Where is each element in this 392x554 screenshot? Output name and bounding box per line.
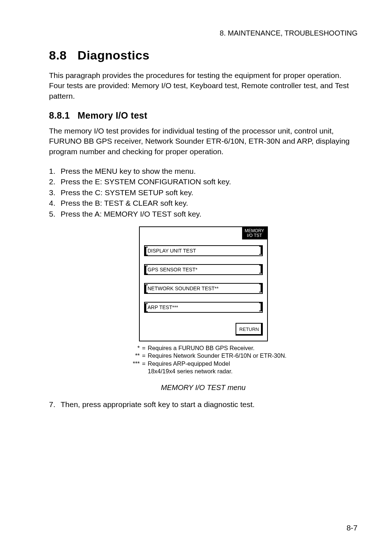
step-number: 7. [49, 399, 61, 410]
figure-caption: MEMORY I/O TEST menu [49, 383, 358, 392]
footnote-mark: ** [122, 352, 140, 360]
step-7: 7. Then, press appropriate soft key to s… [49, 399, 358, 410]
step-number: 5. [49, 209, 61, 219]
footnote-row: * = Requires a FURUNO BB GPS Receiver. [122, 344, 358, 352]
step-text: Then, press appropriate soft key to star… [61, 399, 255, 410]
footnote-text: 18x4/19x4 series network radar. [148, 368, 233, 375]
page-number: 8-7 [347, 524, 358, 532]
intro-paragraph: This paragraph provides the procedures f… [49, 70, 358, 101]
menu-diagram: MEMORYI/O TST DISPLAY UNIT TEST GPS SENS… [139, 226, 268, 341]
menu-item-display-unit-test[interactable]: DISPLAY UNIT TEST [144, 245, 263, 256]
footnote-eq: = [140, 344, 148, 352]
list-item: 1. Press the MENU key to show the menu. [49, 166, 358, 176]
footnote-eq [140, 368, 148, 375]
menu-frame: MEMORYI/O TST DISPLAY UNIT TEST GPS SENS… [139, 226, 268, 341]
page-header: 8. MAINTENANCE, TROUBLESHOOTING [49, 29, 358, 37]
list-item: 7. Then, press appropriate soft key to s… [49, 399, 358, 410]
step-number: 1. [49, 166, 61, 176]
step-number: 3. [49, 187, 61, 198]
subsection-name: Memory I/O test [78, 110, 147, 120]
step-text: Press the C: SYSTEM SETUP soft key. [61, 187, 193, 198]
menu-item-network-sounder-test[interactable]: NETWORK SOUNDER TEST** [144, 283, 263, 294]
section-title: 8.8 Diagnostics [49, 48, 358, 62]
footnote-mark [122, 368, 140, 375]
return-button[interactable]: RETURN [236, 323, 262, 336]
section-name: Diagnostics [78, 48, 150, 62]
footnote-row: 18x4/19x4 series network radar. [122, 368, 358, 375]
step-text: Press the A: MEMORY I/O TEST soft key. [61, 209, 201, 219]
footnote-eq: = [140, 360, 148, 368]
subsection-title: 8.8.1 Memory I/O test [49, 110, 358, 121]
menu-header-label: MEMORYI/O TST [242, 227, 267, 239]
steps-list: 1. Press the MENU key to show the menu. … [49, 166, 358, 219]
subsection-intro: The memory I/O test provides for individ… [49, 126, 358, 157]
footnotes: * = Requires a FURUNO BB GPS Receiver. *… [122, 344, 358, 376]
footnote-row: *** = Requires ARP-equipped Model [122, 360, 358, 368]
step-number: 4. [49, 198, 61, 208]
menu-item-gps-sensor-test[interactable]: GPS SENSOR TEST* [144, 264, 263, 275]
footnote-eq: = [140, 352, 148, 360]
list-item: 4. Press the B: TEST & CLEAR soft key. [49, 198, 358, 208]
list-item: 5. Press the A: MEMORY I/O TEST soft key… [49, 209, 358, 219]
footnote-text: Requires ARP-equipped Model [148, 360, 230, 368]
list-item: 3. Press the C: SYSTEM SETUP soft key. [49, 187, 358, 198]
footnote-row: ** = Requires Network Sounder ETR-6/10N … [122, 352, 358, 360]
footnote-mark: * [122, 344, 140, 352]
section-number: 8.8 [49, 48, 67, 62]
list-item: 2. Press the E: SYSTEM CONFIGURATION sof… [49, 176, 358, 187]
footnote-mark: *** [122, 360, 140, 368]
footnote-text: Requires Network Sounder ETR-6/10N or ET… [148, 352, 286, 360]
footnote-text: Requires a FURUNO BB GPS Receiver. [148, 344, 254, 352]
menu-item-arp-test[interactable]: ARP TEST*** [144, 302, 263, 313]
step-text: Press the B: TEST & CLEAR soft key. [61, 198, 188, 208]
step-text: Press the E: SYSTEM CONFIGURATION soft k… [61, 176, 231, 187]
subsection-number: 8.8.1 [49, 110, 70, 120]
step-text: Press the MENU key to show the menu. [61, 166, 196, 176]
step-number: 2. [49, 176, 61, 187]
